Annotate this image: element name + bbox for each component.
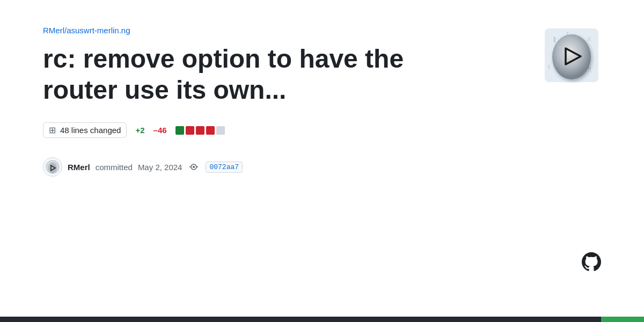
diff-block-2: [186, 126, 194, 135]
svg-text:ᛗ: ᛗ: [588, 66, 591, 72]
svg-text:ᚾ: ᚾ: [547, 64, 551, 70]
author-name[interactable]: RMerl: [68, 163, 90, 172]
diff-block-3: [196, 126, 204, 135]
deletions-count: –46: [153, 126, 167, 135]
stats-row: ⊞ 48 lines changed +2 –46: [43, 122, 601, 138]
diff-icon: ⊞: [49, 125, 56, 135]
github-icon-container: [582, 252, 601, 274]
svg-point-1: [552, 34, 591, 79]
svg-point-12: [193, 166, 195, 168]
svg-text:ᚱ: ᚱ: [553, 36, 557, 43]
author-row: RMerl committed May 2, 2024 0072aa7: [43, 157, 601, 177]
repo-breadcrumb[interactable]: RMerl/asuswrt-merlin.ng: [43, 26, 601, 35]
diff-blocks: [175, 126, 225, 135]
diff-block-1: [175, 126, 184, 135]
bottom-bar: [0, 317, 644, 322]
author-avatar[interactable]: [43, 157, 62, 177]
commit-date: May 2, 2024: [138, 163, 182, 172]
repo-avatar: ᚱ ᚷ ᚾ ᛗ ᚠ: [542, 26, 601, 85]
commit-hash[interactable]: 0072aa7: [206, 162, 243, 173]
commit-title: rc: remove option to have the router use…: [43, 43, 445, 105]
github-icon: [582, 252, 601, 272]
commit-action: committed: [96, 163, 133, 172]
diff-block-5: [216, 126, 225, 135]
commit-dot-icon: [189, 163, 198, 171]
diff-block-4: [206, 126, 215, 135]
additions-count: +2: [135, 126, 144, 135]
svg-text:ᚷ: ᚷ: [588, 36, 591, 42]
lines-changed-badge: ⊞ 48 lines changed: [43, 122, 127, 138]
svg-text:ᚠ: ᚠ: [566, 31, 569, 36]
bottom-bar-accent: [601, 317, 644, 322]
lines-changed-label: 48 lines changed: [60, 126, 121, 135]
